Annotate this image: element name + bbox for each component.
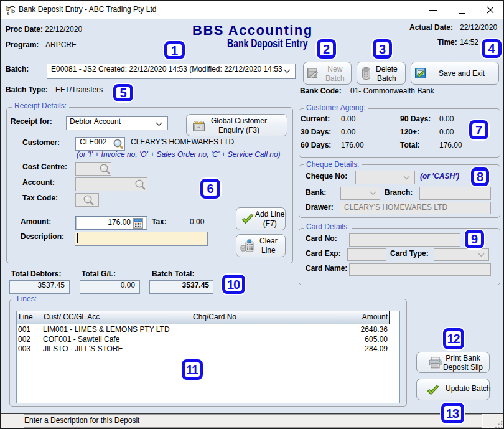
svg-text:b: b xyxy=(11,7,15,14)
svg-text:s: s xyxy=(7,10,9,16)
